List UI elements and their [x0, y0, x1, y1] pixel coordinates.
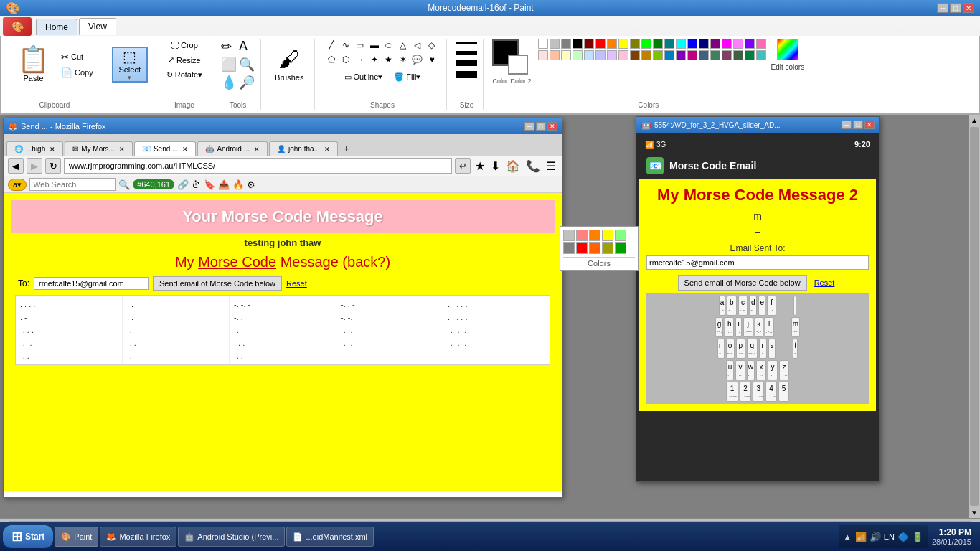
taskbar-firefox[interactable]: 🦊 Mozilla Firefox — [100, 527, 176, 547]
swatch-r2-17[interactable] — [722, 50, 732, 60]
swatch-r2-20[interactable] — [756, 50, 766, 60]
tab-android-close[interactable]: ✕ — [254, 146, 260, 153]
resize-button[interactable]: ⤢ Resize — [164, 53, 204, 67]
key-3[interactable]: 3...-- — [753, 382, 764, 402]
cut-button[interactable]: ✂ Cut — [57, 50, 97, 65]
crop-button[interactable]: ⛶ Crop — [167, 39, 202, 52]
rect2-shape[interactable]: ▬ — [368, 39, 381, 52]
star4-shape[interactable]: ✦ — [368, 53, 381, 66]
line-shape[interactable]: ╱ — [325, 39, 338, 52]
bluetooth-icon[interactable]: 🔷 — [897, 532, 909, 542]
scroll-up-arrow[interactable]: ▲ — [969, 115, 980, 126]
rotate-button[interactable]: ↻ Rotate▾ — [163, 68, 206, 82]
minimize-button[interactable]: ─ — [937, 3, 948, 13]
outline-button[interactable]: ▭ Outline▾ — [341, 70, 387, 84]
swatch-red[interactable] — [595, 39, 606, 49]
browser-close[interactable]: ✕ — [547, 122, 557, 131]
android-reset-button[interactable]: Reset — [811, 275, 838, 291]
diamond-shape[interactable]: ◇ — [425, 39, 438, 52]
swatch-r2-4[interactable] — [573, 50, 583, 60]
swatch-r2-10[interactable] — [641, 50, 651, 60]
fp-swatch-10[interactable] — [615, 242, 626, 254]
back-button[interactable]: ◀ — [8, 158, 24, 174]
fill-button[interactable]: 🪣 Fill▾ — [390, 70, 424, 84]
forward-button[interactable]: ▶ — [27, 158, 42, 174]
app-menu-button[interactable]: 🎨 — [3, 17, 32, 36]
swatch-r2-14[interactable] — [687, 50, 697, 60]
key-h[interactable]: h.... — [725, 317, 734, 337]
star5-shape[interactable]: ★ — [382, 53, 395, 66]
aol-button[interactable]: a▾ — [8, 179, 27, 191]
taskbar-manifest[interactable]: 📄 ...oidManifest.xml — [286, 527, 374, 547]
volume-icon[interactable]: 🔊 — [870, 532, 881, 542]
battery-icon[interactable]: 🔋 — [912, 532, 923, 542]
paste-button[interactable]: 📋 Paste — [12, 43, 55, 86]
share-icon[interactable]: 📤 — [218, 179, 230, 190]
skype-icon[interactable]: 📞 — [526, 159, 540, 173]
fill-tool[interactable]: 🔍 — [239, 57, 255, 72]
tab-high-close[interactable]: ✕ — [50, 146, 55, 153]
vertical-scrollbar[interactable]: ▲ ▼ — [969, 115, 980, 518]
callout-shape[interactable]: 💬 — [411, 53, 424, 66]
size-line-4[interactable] — [456, 71, 477, 78]
key-q[interactable]: q--.- — [747, 339, 757, 359]
maximize-button[interactable]: □ — [950, 3, 961, 13]
color2-swatch[interactable] — [508, 55, 528, 75]
key-n[interactable]: n-. — [717, 339, 725, 359]
key-e[interactable]: e. — [758, 296, 765, 316]
bookmark2-icon[interactable]: 🔖 — [204, 179, 215, 190]
bookmark-icon[interactable]: ★ — [475, 159, 485, 173]
star6-shape[interactable]: ✶ — [397, 53, 410, 66]
browser-maximize[interactable]: □ — [536, 122, 546, 131]
network-icon[interactable]: 📶 — [855, 532, 867, 542]
tab-view[interactable]: View — [79, 18, 116, 35]
clock-icon[interactable]: ⏱ — [192, 179, 201, 190]
swatch-r2-2[interactable] — [550, 50, 560, 60]
swatch-cyan[interactable] — [676, 39, 686, 49]
flame-icon[interactable]: 🔥 — [232, 179, 244, 190]
key-c[interactable]: c-.-. — [738, 296, 748, 316]
start-button[interactable]: ⊞ Start — [3, 525, 53, 548]
swatch-white[interactable] — [538, 39, 548, 49]
key-r[interactable]: r.-. — [759, 339, 767, 359]
swatch-blue[interactable] — [687, 39, 697, 49]
swatch-gray[interactable] — [561, 39, 571, 49]
swatch-violet[interactable] — [745, 39, 755, 49]
close-button[interactable]: ✕ — [963, 3, 974, 13]
tab-send[interactable]: 📧 Send ... ✕ — [134, 141, 196, 156]
heart-shape[interactable]: ♥ — [425, 53, 438, 66]
arrow-shape[interactable]: → — [354, 53, 367, 66]
swatch-olive[interactable] — [630, 39, 640, 49]
key-j[interactable]: j.--- — [743, 317, 753, 337]
tab-android[interactable]: 🤖 Android ... ✕ — [197, 141, 268, 156]
new-tab-button[interactable]: + — [339, 141, 354, 156]
pencil-tool[interactable]: ✏ — [221, 39, 237, 55]
size-line-2[interactable] — [456, 51, 477, 55]
taskbar-android-studio[interactable]: 🤖 Android Studio (Previ... — [178, 527, 285, 547]
key-k[interactable]: k-.- — [755, 317, 763, 337]
swatch-magenta[interactable] — [722, 39, 732, 49]
key-y[interactable]: y-.-- — [768, 360, 778, 380]
key-m[interactable]: m-- — [791, 317, 800, 337]
key-5[interactable]: 5..... — [778, 382, 789, 402]
tab-johntha[interactable]: 👤 john tha... ✕ — [269, 141, 338, 156]
brushes-button[interactable]: 🖌 Brushes — [270, 44, 308, 85]
swatch-r2-5[interactable] — [584, 50, 594, 60]
fp-swatch-6[interactable] — [563, 242, 575, 254]
select-button[interactable]: ⬚ Select ▾ — [112, 47, 148, 83]
magnify-tool[interactable]: 🔎 — [239, 75, 255, 90]
tab-send-close[interactable]: ✕ — [182, 146, 188, 153]
scroll-down-arrow[interactable]: ▼ — [969, 507, 980, 518]
reset-button[interactable]: Reset — [286, 279, 307, 288]
swatch-teal[interactable] — [664, 39, 674, 49]
menu-icon[interactable]: ☰ — [546, 159, 556, 173]
swatch-darkred[interactable] — [584, 39, 594, 49]
swatch-lpink[interactable] — [733, 39, 743, 49]
key-4[interactable]: 4....- — [765, 382, 777, 402]
android-maximize[interactable]: □ — [853, 121, 863, 129]
copy-button[interactable]: 📄 Copy — [57, 65, 97, 80]
text-tool[interactable]: A — [239, 39, 255, 55]
settings2-icon[interactable]: ⚙ — [247, 179, 255, 190]
key-d[interactable]: d-.. — [749, 296, 757, 316]
android-minimize[interactable]: ─ — [842, 121, 852, 129]
